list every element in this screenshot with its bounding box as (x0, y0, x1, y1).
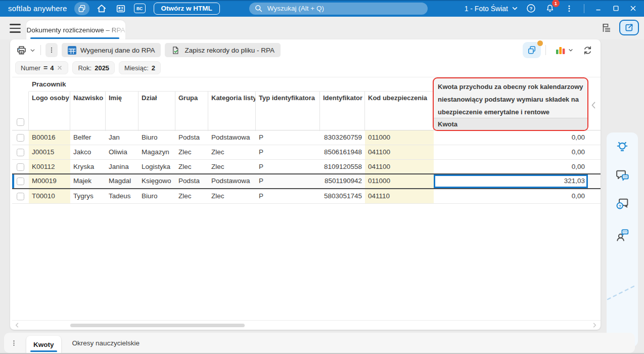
row-checkbox[interactable] (12, 130, 29, 145)
equals-operator: = (43, 64, 47, 72)
brand-logo: softlab anywhere (8, 4, 67, 13)
row-checkbox[interactable] (12, 160, 29, 174)
open-in-html-button[interactable]: Otwórz w HTML (154, 3, 220, 15)
feedback-chat-icon (615, 168, 630, 183)
filter-chip-rok[interactable]: Rok: 2025 (72, 61, 115, 74)
bottom-tab-okresy[interactable]: Okresy nauczycielskie (72, 339, 140, 347)
scroll-left-button[interactable] (14, 322, 20, 328)
assistant-button[interactable] (523, 42, 541, 58)
lightbulb-icon (615, 139, 630, 154)
table-row[interactable]: J00015 Jakco Oliwia Magazyn Zlec Zlec P … (12, 145, 601, 160)
help-button[interactable]: ? (524, 2, 537, 15)
table-row-selected[interactable]: M00019 Majek Magdal Księgowo Podsta Pods… (12, 173, 601, 189)
chevron-down-icon (512, 5, 518, 12)
selected-cell-kwota[interactable]: 321,03 (434, 174, 588, 188)
print-button[interactable] (15, 43, 28, 57)
company-selector[interactable]: 1 - Foto Świat (465, 5, 518, 13)
active-bottom-tab-indicator (30, 350, 57, 352)
collapse-column-button[interactable] (590, 101, 597, 110)
column-group-row: Pracownik (12, 77, 434, 92)
column-dzial[interactable]: Dział (139, 92, 175, 131)
generate-rpa-button[interactable]: Wygeneruj dane do RPA (62, 43, 161, 57)
bottom-menu-button[interactable] (6, 335, 21, 350)
tab-strip: Dokumenty rozliczeniowe – RPA (0, 17, 644, 39)
assist-panel: ? (607, 132, 638, 347)
minimize-icon (595, 5, 603, 12)
titlebar-menu-button[interactable] (563, 2, 576, 15)
row-checkbox[interactable] (12, 189, 29, 203)
svg-text:?: ? (618, 204, 621, 209)
page-structure-button[interactable] (601, 22, 613, 34)
help-center-button[interactable]: ? (615, 196, 630, 211)
home-button[interactable] (95, 2, 109, 15)
table-row[interactable]: K00112 Kryska Janina Logistyka Zlec Zlec… (12, 160, 601, 174)
notification-badge: 1 (552, 0, 560, 7)
print-options-button[interactable] (29, 43, 36, 57)
home-icon (96, 3, 107, 14)
application-window: softlab anywhere BC Otwórz w HTML (0, 0, 644, 354)
maximize-button[interactable] (609, 2, 623, 15)
community-button[interactable] (615, 228, 630, 243)
column-identyfikator[interactable]: Identyfikator (320, 92, 365, 131)
highlighted-column-group[interactable]: Kwota przychodu za obecny rok kalendarzo… (433, 77, 588, 131)
column-grupa[interactable]: Grupa (175, 92, 208, 131)
minimize-button[interactable] (591, 2, 606, 15)
bottom-tab-kwoty[interactable]: Kwoty (26, 336, 61, 353)
toolbar-right (523, 42, 593, 58)
filter-chip-numer[interactable]: Numer = 4 (15, 61, 68, 74)
row-checkbox[interactable] (12, 145, 29, 159)
search-box[interactable] (249, 3, 428, 15)
table-row[interactable]: B00016 Belfer Jan Biuro Podsta Podstawow… (12, 130, 601, 145)
chevron-down-icon (29, 47, 36, 54)
main-menu-button[interactable] (9, 23, 22, 33)
feedback-button[interactable] (615, 168, 630, 183)
column-header-row: Logo osoby Nazwisko Imię Dział Grupa Kat… (12, 92, 434, 131)
row-checkbox[interactable] (12, 174, 29, 188)
file-check-icon (171, 46, 180, 55)
select-all-checkbox[interactable] (17, 118, 24, 126)
analytics-button[interactable] (556, 46, 574, 55)
refresh-icon (582, 45, 593, 56)
close-button[interactable] (626, 2, 640, 15)
refresh-button[interactable] (582, 45, 593, 56)
close-icon (629, 5, 637, 12)
bc-icon: BC (136, 6, 143, 11)
column-typ-identyfikatora[interactable]: Typ identyfikatora (256, 92, 320, 131)
column-imie[interactable]: Imię (106, 92, 139, 131)
column-kwota[interactable]: Kwota (434, 118, 587, 130)
column-nazwisko[interactable]: Nazwisko (70, 92, 106, 131)
toolbar-divider-2 (545, 45, 546, 55)
tips-button[interactable] (615, 139, 630, 154)
table-body: B00016 Belfer Jan Biuro Podsta Podstawow… (12, 130, 601, 204)
more-actions-button[interactable] (45, 43, 58, 57)
share-icon (624, 22, 634, 33)
search-input[interactable] (266, 4, 423, 13)
news-button[interactable] (114, 2, 128, 15)
tab-title: Dokumenty rozliczeniowe – RPA (27, 26, 125, 34)
content-card: Wygeneruj dane do RPA Zapisz rekordy do … (10, 39, 601, 330)
maximize-icon (612, 5, 620, 12)
toolbar-divider (40, 45, 41, 55)
titlebar-divider (584, 4, 584, 13)
save-records-button[interactable]: Zapisz rekordy do pliku - RPA (165, 43, 281, 57)
workspace-layers-icon (77, 4, 86, 13)
remove-filter-button[interactable] (57, 65, 63, 71)
column-kod-ubezpieczenia[interactable]: Kod ubezpieczenia (365, 92, 434, 131)
table-row[interactable]: T00010 Tygrys Tadeus Biuro Zlec Zlec P 5… (12, 189, 601, 204)
tab-dokumenty-rozliczeniowe[interactable]: Dokumenty rozliczeniowe – RPA (26, 20, 125, 39)
share-button[interactable] (619, 20, 639, 35)
toolbar: Wygeneruj dane do RPA Zapisz rekordy do … (10, 41, 601, 59)
bc-button[interactable]: BC (134, 4, 146, 13)
scrollbar-thumb[interactable] (70, 324, 245, 327)
column-kategoria-listy[interactable]: Kategoria listy (208, 92, 256, 131)
scroll-right-button[interactable] (592, 322, 597, 328)
notifications-button[interactable]: 1 (543, 2, 557, 15)
titlebar: softlab anywhere BC Otwórz w HTML (0, 0, 644, 17)
chevron-down-icon (568, 47, 574, 53)
filter-chip-miesiac[interactable]: Miesiąc: 2 (119, 61, 161, 74)
titlebar-right: 1 - Foto Świat ? 1 (465, 2, 644, 15)
horizontal-scrollbar (12, 320, 601, 329)
workspace-switcher-button[interactable] (74, 2, 89, 15)
column-logo-osoby[interactable]: Logo osoby (29, 92, 70, 131)
bar-chart-icon (556, 46, 566, 55)
